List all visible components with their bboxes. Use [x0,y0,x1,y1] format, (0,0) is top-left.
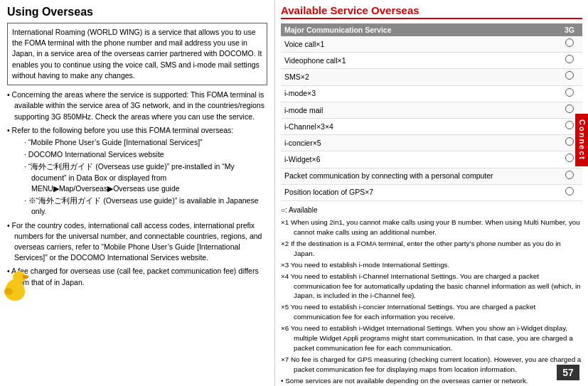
note-item: ×6 You need to establish i-Widget Intern… [281,323,582,353]
bullet-item-2: Refer to the following before you use th… [7,125,267,218]
table-row: i-Widget×6 [281,151,582,168]
table-body: Voice call×1Videophone call×1SMS×2i-mode… [281,36,582,200]
bullet-item-3: For the country codes, international cal… [7,220,267,264]
note-item: ×3 You need to establish i-mode Internat… [281,260,582,270]
connect-tab: Connect [575,114,588,166]
left-title: Using Overseas [7,6,267,18]
bullet-item-1: Concerning the areas where the service i… [7,90,267,122]
sub-item-1: “Mobile Phone User’s Guide [Internationa… [24,137,267,148]
circle-cell [557,36,582,53]
service-cell: Position location of GPS×7 [281,184,557,200]
availability-circle [565,187,574,195]
note-item: ×4 You need to establish i-Channel Inter… [281,272,582,301]
table-row: i-concier×5 [281,135,582,151]
col-service-header: Major Communication Service [281,23,557,36]
sub-item-4: ※“海外ご利用ガイド (Overseas use guide)” is avai… [24,195,267,217]
notes-section: ○: Available ×1 When using 2in1, you can… [281,205,582,386]
notes-container: ×1 When using 2in1, you cannot make call… [281,218,582,386]
bullet-text-1: Concerning the areas where the service i… [12,90,264,120]
table-row: i-mode mail [281,102,582,118]
sub-item-2: DOCOMO International Services website [24,149,267,160]
duck-illustration [1,271,28,301]
availability-circle [565,38,574,47]
service-cell: i-mode×3 [281,85,557,102]
table-header-row: Major Communication Service 3G [281,23,582,36]
note-item: ×1 When using 2in1, you cannot make call… [281,218,582,237]
service-cell: SMS×2 [281,69,557,85]
availability-circle [565,121,574,129]
intro-box: International Roaming (WORLD WING) is a … [7,23,267,85]
table-row: Packet communication by connecting with … [281,168,582,184]
bullet-list: Concerning the areas where the service i… [7,90,267,288]
right-title: Available Service Overseas [281,4,582,19]
availability-circle [565,171,574,179]
service-cell: i-concier×5 [281,135,557,151]
circle-cell [557,184,582,200]
availability-circle [565,55,574,63]
available-label: ○: Available [281,205,582,215]
note-item: • Some services are not available depend… [281,376,582,386]
bullet-text-3: For the country codes, international cal… [12,221,262,262]
duck-wing [4,288,13,295]
service-cell: i-mode mail [281,102,557,118]
circle-cell [557,53,582,69]
bullet-item-4: A fee charged for overseas use (call fee… [7,266,267,287]
availability-circle [565,88,574,97]
availability-circle [565,71,574,80]
sub-item-3: “海外ご利用ガイド (Overseas use guide)” pre-inst… [24,161,267,194]
note-item: ×7 No fee is charged for GPS measuring (… [281,355,582,375]
table-row: Position location of GPS×7 [281,184,582,200]
service-cell: i-Channel×3×4 [281,118,557,134]
service-cell: Packet communication by connecting with … [281,168,557,184]
service-cell: i-Widget×6 [281,151,557,168]
table-row: Videophone call×1 [281,53,582,69]
col-3g-header: 3G [557,23,582,36]
table-row: SMS×2 [281,69,582,85]
availability-circle [565,137,574,146]
duck-beak [23,275,28,279]
table-row: Voice call×1 [281,36,582,53]
circle-cell [557,85,582,102]
availability-circle [565,154,574,162]
note-item: ×5 You need to establish i-concier Inter… [281,302,582,322]
intro-text: International Roaming (WORLD WING) is a … [12,28,262,80]
bullet-text-4: A fee charged for overseas use (call fee… [11,267,259,286]
page-number: 57 [557,365,579,380]
circle-cell [557,69,582,85]
table-row: i-Channel×3×4 [281,118,582,134]
service-cell: Voice call×1 [281,36,557,53]
bullet-text-2: Refer to the following before you use th… [12,126,234,134]
left-column: Using Overseas International Roaming (WO… [0,0,275,386]
circle-cell [557,168,582,184]
service-table: Major Communication Service 3G Voice cal… [281,23,582,201]
note-item: ×2 If the destination is a FOMA terminal… [281,239,582,259]
service-cell: Videophone call×1 [281,53,557,69]
availability-circle [565,104,574,113]
sub-list: “Mobile Phone User’s Guide [Internationa… [14,137,267,218]
right-column: Available Service Overseas Major Communi… [275,0,588,386]
table-row: i-mode×3 [281,85,582,102]
